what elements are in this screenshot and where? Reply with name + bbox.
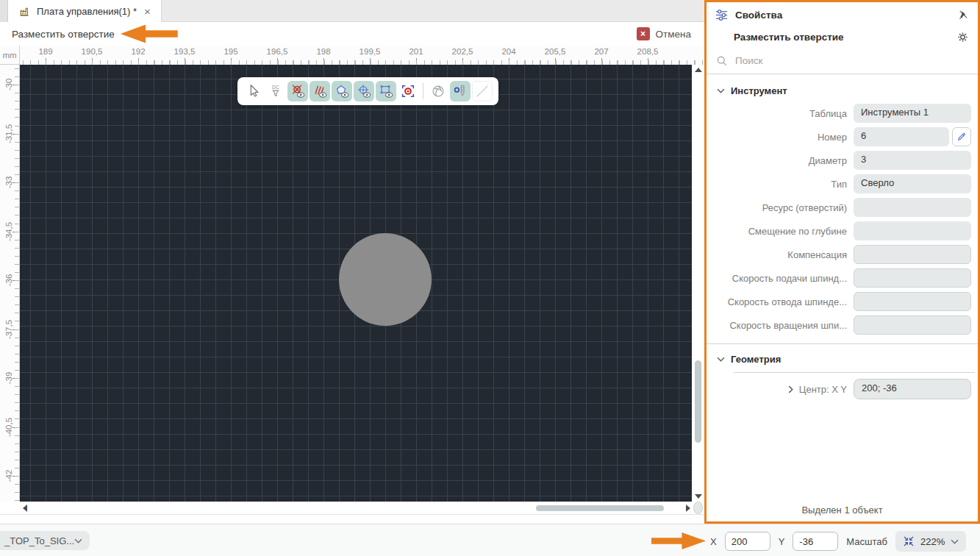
edit-tool-button[interactable] [952, 127, 971, 146]
canvas-toolbar: DC [237, 77, 498, 105]
field-row: Скорость подачи шпинд... [707, 268, 971, 288]
chevron-right-icon[interactable] [788, 385, 793, 393]
tab-bar: Плата управления(1) * × [0, 0, 704, 22]
tab-close-icon[interactable]: × [143, 5, 152, 18]
section-divider [707, 343, 978, 344]
search-row [707, 48, 978, 74]
search-input[interactable] [735, 55, 968, 66]
section-geometry-title: Геометрия [731, 354, 781, 365]
vias-visibility-icon[interactable] [354, 81, 374, 101]
field-row: Таблица Инструменты 1 [707, 104, 971, 123]
diameter-field[interactable]: 3 [854, 151, 971, 170]
h-ruler-tick-label: 199,5 [360, 47, 381, 56]
unpin-icon[interactable] [957, 9, 970, 21]
dc-filter-icon[interactable]: DC [265, 81, 286, 101]
horizontal-scrollbar-thumb[interactable] [536, 505, 664, 511]
h-ruler-tick-label: 205,5 [545, 47, 566, 56]
scroll-down-icon[interactable] [695, 494, 702, 499]
h-ruler-tick-label: 201 [409, 47, 423, 56]
pcb-canvas[interactable]: DC [20, 65, 692, 502]
h-ruler-tick-label: 189 [38, 47, 52, 56]
search-icon [716, 55, 728, 67]
polygons-visibility-icon[interactable] [332, 81, 352, 101]
annotation-arrow-left-icon [121, 25, 178, 43]
field-row: Тип Сверло [707, 174, 971, 193]
active-command-label: Разместить отверстие [12, 29, 115, 40]
x-coordinate-input[interactable] [725, 532, 770, 551]
number-field[interactable]: 6 [854, 127, 949, 146]
cancel-button[interactable]: × Отмена [637, 27, 693, 40]
ruler-row: mm 189190,5192193,5195196,5198199,520120… [0, 46, 704, 65]
zoom-value: 222% [920, 536, 945, 547]
application-window: Плата управления(1) * × Разместить отвер… [0, 0, 980, 556]
x-label: X [710, 536, 717, 547]
h-ruler-tick-label: 208,5 [637, 47, 659, 56]
field-row: Номер 6 [707, 127, 971, 146]
layer-pair-dropdown[interactable]: _TOP_To_SIG... [0, 531, 90, 550]
pencil-icon [956, 132, 967, 142]
h-ruler-tick-label: 204 [501, 47, 515, 56]
y-label: Y [779, 536, 785, 547]
panel-title: Свойства [735, 10, 782, 21]
scrollbar-corner [693, 502, 703, 514]
h-ruler-tick-label: 202,5 [452, 47, 473, 56]
tab-title: Плата управления(1) * [37, 6, 137, 17]
selection-status: Выделен 1 объект [707, 505, 978, 521]
h-ruler-tick-label: 190,5 [82, 47, 103, 56]
center-row: Центр: X Y 200; -36 [707, 379, 971, 399]
section-tool[interactable]: Инструмент [707, 83, 978, 98]
center-xy-field[interactable]: 200; -36 [854, 379, 971, 399]
spindle-feed-field[interactable] [854, 268, 971, 288]
chevron-down-icon [951, 539, 959, 544]
aperture-icon[interactable] [428, 81, 448, 101]
board-icon [18, 5, 31, 18]
compensation-field[interactable] [854, 245, 971, 264]
pads-visibility-icon[interactable] [287, 81, 308, 101]
toolbar-divider [423, 83, 423, 99]
cursor-icon[interactable] [243, 81, 264, 101]
chevron-down-icon [717, 88, 725, 93]
field-row: Компенсация [707, 245, 971, 264]
field-row: Смещение по глубине [707, 221, 971, 240]
vertical-ruler: -30-31,5-33-34,5-36-37,5-39-40,5-42 [0, 65, 20, 502]
field-row: Скорость отвода шпинде... [707, 292, 971, 311]
sliders-icon [715, 8, 729, 22]
regions-visibility-icon[interactable] [376, 81, 396, 101]
resource-field[interactable] [854, 198, 971, 217]
section-geometry[interactable]: Геометрия [707, 352, 978, 366]
type-field[interactable]: Сверло [854, 174, 971, 193]
target-icon[interactable] [398, 81, 418, 101]
y-coordinate-input[interactable] [793, 532, 838, 551]
scroll-right-icon[interactable] [686, 505, 690, 512]
scroll-up-icon[interactable] [695, 68, 702, 72]
command-title: Разместить отверстие [734, 32, 844, 43]
scroll-left-icon[interactable] [23, 505, 27, 512]
properties-panel: Свойства Разместить отверстие Инструмент… [704, 0, 980, 524]
h-ruler-tick-label: 195 [223, 47, 237, 56]
vertical-scrollbar[interactable] [692, 65, 704, 502]
chevron-down-icon [717, 357, 725, 362]
h-ruler-tick-label: 198 [316, 47, 330, 56]
document-tab[interactable]: Плата управления(1) * × [8, 0, 162, 22]
spindle-speed-field[interactable] [854, 316, 971, 335]
field-row: Скорость вращения шпи... [707, 316, 971, 335]
zoom-select[interactable]: 222% [895, 531, 966, 552]
cancel-x-icon: × [637, 27, 650, 40]
tab-bar-edge [0, 0, 8, 22]
horizontal-scrollbar[interactable] [0, 502, 704, 515]
h-ruler-tick-label: 193,5 [174, 47, 196, 56]
vertical-scrollbar-thumb[interactable] [695, 360, 701, 443]
annotation-arrow-right-icon [651, 532, 706, 549]
drill-icon[interactable] [450, 81, 471, 101]
work-area: Плата управления(1) * × Разместить отвер… [0, 0, 704, 524]
depth-offset-field[interactable] [854, 221, 971, 240]
table-field[interactable]: Инструменты 1 [854, 104, 971, 123]
ruler-unit-label: mm [0, 46, 20, 65]
gear-icon[interactable] [956, 31, 969, 43]
hole-object[interactable] [339, 233, 432, 326]
h-ruler-tick-label: 207 [594, 47, 608, 56]
hatch-disabled-icon [472, 81, 493, 101]
tracks-visibility-icon[interactable] [310, 81, 330, 101]
svg-text:DC: DC [272, 85, 279, 90]
spindle-retract-field[interactable] [854, 292, 971, 311]
